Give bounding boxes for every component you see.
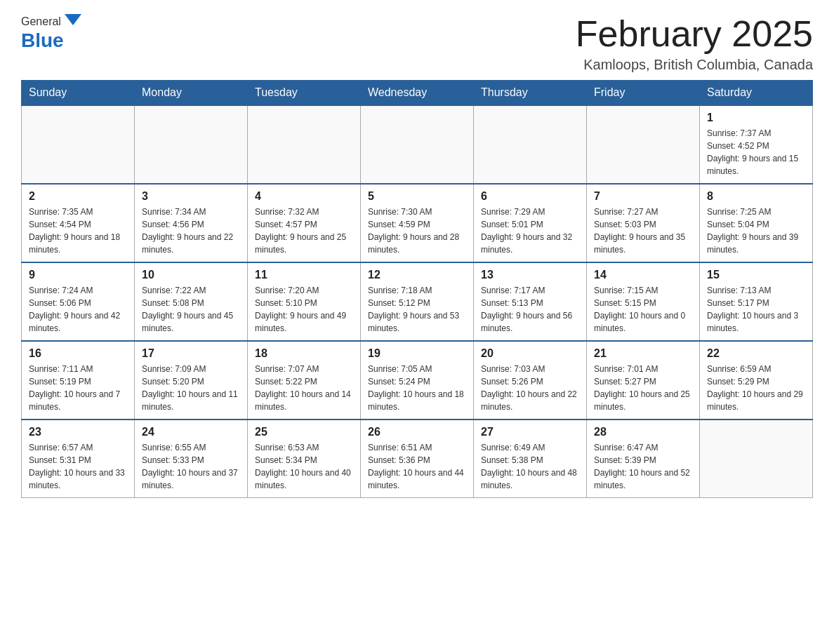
- calendar-day-cell: [361, 105, 474, 184]
- calendar-day-cell: 22Sunrise: 6:59 AM Sunset: 5:29 PM Dayli…: [700, 341, 813, 420]
- day-info: Sunrise: 7:30 AM Sunset: 4:59 PM Dayligh…: [368, 206, 466, 256]
- calendar-day-cell: 28Sunrise: 6:47 AM Sunset: 5:39 PM Dayli…: [587, 420, 700, 498]
- calendar-day-cell: 21Sunrise: 7:01 AM Sunset: 5:27 PM Dayli…: [587, 341, 700, 420]
- calendar-day-cell: 26Sunrise: 6:51 AM Sunset: 5:36 PM Dayli…: [361, 420, 474, 498]
- calendar-day-cell: 18Sunrise: 7:07 AM Sunset: 5:22 PM Dayli…: [248, 341, 361, 420]
- calendar-table: SundayMondayTuesdayWednesdayThursdayFrid…: [21, 80, 813, 498]
- calendar-day-cell: 25Sunrise: 6:53 AM Sunset: 5:34 PM Dayli…: [248, 420, 361, 498]
- day-info: Sunrise: 7:03 AM Sunset: 5:26 PM Dayligh…: [481, 363, 579, 413]
- day-info: Sunrise: 7:07 AM Sunset: 5:22 PM Dayligh…: [255, 363, 353, 413]
- logo-arrow-icon: [65, 14, 81, 25]
- day-number: 27: [481, 426, 579, 438]
- calendar-day-cell: [587, 105, 700, 184]
- logo-general-text: General: [21, 15, 61, 28]
- day-info: Sunrise: 7:22 AM Sunset: 5:08 PM Dayligh…: [142, 284, 240, 335]
- day-number: 21: [594, 347, 692, 360]
- location-title: Kamloops, British Columbia, Canada: [576, 57, 813, 73]
- calendar-day-cell: [248, 105, 361, 184]
- calendar-day-cell: 3Sunrise: 7:34 AM Sunset: 4:56 PM Daylig…: [135, 184, 248, 262]
- day-info: Sunrise: 6:53 AM Sunset: 5:34 PM Dayligh…: [255, 441, 353, 492]
- day-number: 22: [707, 347, 805, 360]
- calendar-day-cell: [22, 105, 135, 184]
- day-info: Sunrise: 7:32 AM Sunset: 4:57 PM Dayligh…: [255, 206, 353, 256]
- calendar-day-cell: 6Sunrise: 7:29 AM Sunset: 5:01 PM Daylig…: [474, 184, 587, 262]
- day-info: Sunrise: 7:29 AM Sunset: 5:01 PM Dayligh…: [481, 206, 579, 256]
- day-number: 14: [594, 269, 692, 281]
- day-info: Sunrise: 7:13 AM Sunset: 5:17 PM Dayligh…: [707, 284, 805, 335]
- calendar-day-cell: 17Sunrise: 7:09 AM Sunset: 5:20 PM Dayli…: [135, 341, 248, 420]
- calendar-day-header: Thursday: [474, 81, 587, 106]
- calendar-day-cell: 11Sunrise: 7:20 AM Sunset: 5:10 PM Dayli…: [248, 262, 361, 341]
- calendar-day-cell: 23Sunrise: 6:57 AM Sunset: 5:31 PM Dayli…: [22, 420, 135, 498]
- calendar-day-cell: [700, 420, 813, 498]
- calendar-day-cell: 27Sunrise: 6:49 AM Sunset: 5:38 PM Dayli…: [474, 420, 587, 498]
- calendar-day-cell: 14Sunrise: 7:15 AM Sunset: 5:15 PM Dayli…: [587, 262, 700, 341]
- calendar-week-row: 9Sunrise: 7:24 AM Sunset: 5:06 PM Daylig…: [22, 262, 813, 341]
- day-info: Sunrise: 7:18 AM Sunset: 5:12 PM Dayligh…: [368, 284, 466, 335]
- day-number: 26: [368, 426, 466, 438]
- day-number: 5: [368, 190, 466, 203]
- day-info: Sunrise: 6:59 AM Sunset: 5:29 PM Dayligh…: [707, 363, 805, 413]
- day-info: Sunrise: 7:25 AM Sunset: 5:04 PM Dayligh…: [707, 206, 805, 256]
- day-number: 23: [29, 426, 127, 438]
- logo-blue-text: Blue: [21, 29, 81, 52]
- calendar-week-row: 16Sunrise: 7:11 AM Sunset: 5:19 PM Dayli…: [22, 341, 813, 420]
- day-number: 16: [29, 347, 127, 360]
- day-number: 25: [255, 426, 353, 438]
- page-header: General Blue February 2025 Kamloops, Bri…: [21, 14, 813, 73]
- day-info: Sunrise: 7:37 AM Sunset: 4:52 PM Dayligh…: [707, 127, 805, 177]
- day-info: Sunrise: 7:20 AM Sunset: 5:10 PM Dayligh…: [255, 284, 353, 335]
- day-info: Sunrise: 7:05 AM Sunset: 5:24 PM Dayligh…: [368, 363, 466, 413]
- logo: General Blue: [21, 14, 81, 52]
- day-info: Sunrise: 7:09 AM Sunset: 5:20 PM Dayligh…: [142, 363, 240, 413]
- calendar-day-cell: 12Sunrise: 7:18 AM Sunset: 5:12 PM Dayli…: [361, 262, 474, 341]
- calendar-week-row: 23Sunrise: 6:57 AM Sunset: 5:31 PM Dayli…: [22, 420, 813, 498]
- day-number: 20: [481, 347, 579, 360]
- calendar-day-cell: 16Sunrise: 7:11 AM Sunset: 5:19 PM Dayli…: [22, 341, 135, 420]
- day-number: 11: [255, 269, 353, 281]
- calendar-day-cell: 8Sunrise: 7:25 AM Sunset: 5:04 PM Daylig…: [700, 184, 813, 262]
- calendar-day-cell: 9Sunrise: 7:24 AM Sunset: 5:06 PM Daylig…: [22, 262, 135, 341]
- calendar-week-row: 1Sunrise: 7:37 AM Sunset: 4:52 PM Daylig…: [22, 105, 813, 184]
- day-number: 2: [29, 190, 127, 203]
- day-number: 18: [255, 347, 353, 360]
- calendar-day-cell: 1Sunrise: 7:37 AM Sunset: 4:52 PM Daylig…: [700, 105, 813, 184]
- calendar-day-cell: 10Sunrise: 7:22 AM Sunset: 5:08 PM Dayli…: [135, 262, 248, 341]
- day-info: Sunrise: 7:27 AM Sunset: 5:03 PM Dayligh…: [594, 206, 692, 256]
- calendar-day-cell: 4Sunrise: 7:32 AM Sunset: 4:57 PM Daylig…: [248, 184, 361, 262]
- calendar-header-row: SundayMondayTuesdayWednesdayThursdayFrid…: [22, 81, 813, 106]
- day-number: 1: [707, 112, 805, 124]
- day-number: 7: [594, 190, 692, 203]
- day-number: 19: [368, 347, 466, 360]
- day-number: 12: [368, 269, 466, 281]
- calendar-day-cell: 7Sunrise: 7:27 AM Sunset: 5:03 PM Daylig…: [587, 184, 700, 262]
- day-number: 10: [142, 269, 240, 281]
- day-number: 8: [707, 190, 805, 203]
- day-info: Sunrise: 6:49 AM Sunset: 5:38 PM Dayligh…: [481, 441, 579, 492]
- calendar-day-cell: 2Sunrise: 7:35 AM Sunset: 4:54 PM Daylig…: [22, 184, 135, 262]
- calendar-day-header: Saturday: [700, 81, 813, 106]
- day-number: 3: [142, 190, 240, 203]
- day-info: Sunrise: 7:17 AM Sunset: 5:13 PM Dayligh…: [481, 284, 579, 335]
- calendar-day-header: Monday: [135, 81, 248, 106]
- calendar-day-cell: 20Sunrise: 7:03 AM Sunset: 5:26 PM Dayli…: [474, 341, 587, 420]
- day-number: 17: [142, 347, 240, 360]
- calendar-week-row: 2Sunrise: 7:35 AM Sunset: 4:54 PM Daylig…: [22, 184, 813, 262]
- day-info: Sunrise: 6:51 AM Sunset: 5:36 PM Dayligh…: [368, 441, 466, 492]
- day-info: Sunrise: 7:15 AM Sunset: 5:15 PM Dayligh…: [594, 284, 692, 335]
- day-info: Sunrise: 6:55 AM Sunset: 5:33 PM Dayligh…: [142, 441, 240, 492]
- calendar-day-cell: [135, 105, 248, 184]
- calendar-day-cell: 19Sunrise: 7:05 AM Sunset: 5:24 PM Dayli…: [361, 341, 474, 420]
- day-number: 6: [481, 190, 579, 203]
- day-info: Sunrise: 7:34 AM Sunset: 4:56 PM Dayligh…: [142, 206, 240, 256]
- day-number: 24: [142, 426, 240, 438]
- day-number: 4: [255, 190, 353, 203]
- title-section: February 2025 Kamloops, British Columbia…: [576, 14, 813, 73]
- day-info: Sunrise: 6:47 AM Sunset: 5:39 PM Dayligh…: [594, 441, 692, 492]
- day-number: 15: [707, 269, 805, 281]
- calendar-day-cell: 13Sunrise: 7:17 AM Sunset: 5:13 PM Dayli…: [474, 262, 587, 341]
- calendar-day-cell: 24Sunrise: 6:55 AM Sunset: 5:33 PM Dayli…: [135, 420, 248, 498]
- day-info: Sunrise: 7:35 AM Sunset: 4:54 PM Dayligh…: [29, 206, 127, 256]
- day-info: Sunrise: 7:24 AM Sunset: 5:06 PM Dayligh…: [29, 284, 127, 335]
- day-info: Sunrise: 6:57 AM Sunset: 5:31 PM Dayligh…: [29, 441, 127, 492]
